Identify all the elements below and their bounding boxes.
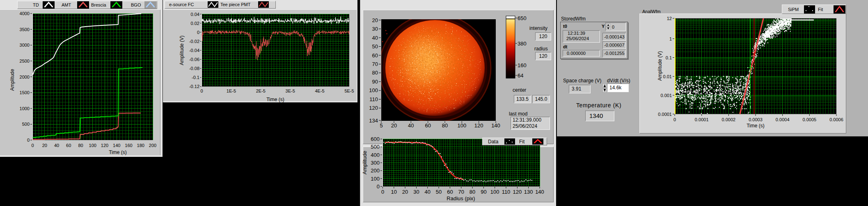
svg-text:3500: 3500 [20, 27, 30, 32]
svg-text:120: 120 [474, 122, 483, 129]
svg-text:1000: 1000 [20, 106, 30, 111]
svg-text:0.04: 0.04 [191, 12, 199, 17]
svg-text:0.01: 0.01 [663, 74, 672, 79]
svg-text:0.0004: 0.0004 [776, 117, 790, 122]
svg-text:12: 12 [667, 16, 672, 21]
svg-text:-0.04: -0.04 [189, 48, 199, 53]
svg-text:0: 0 [673, 117, 676, 122]
svg-text:100: 100 [490, 189, 499, 195]
svg-text:5E-5: 5E-5 [344, 88, 354, 93]
svg-text:64: 64 [518, 72, 523, 79]
svg-text:60: 60 [425, 122, 431, 129]
svg-text:120: 120 [101, 143, 108, 148]
svg-text:200: 200 [149, 143, 156, 148]
svg-text:110: 110 [369, 96, 378, 102]
svg-text:Fit: Fit [818, 7, 823, 12]
svg-text:-0.1: -0.1 [192, 75, 199, 80]
svg-text:50: 50 [436, 189, 442, 195]
svg-text:e-source FC: e-source FC [169, 2, 194, 7]
svg-text:90: 90 [481, 189, 486, 195]
svg-text:380: 380 [518, 41, 527, 47]
svg-text:100: 100 [89, 143, 96, 148]
svg-text:110: 110 [502, 189, 511, 195]
svg-text:Fit: Fit [519, 139, 525, 145]
svg-text:Data: Data [488, 139, 499, 145]
svg-text:120: 120 [513, 189, 522, 195]
svg-text:0: 0 [31, 143, 34, 148]
svg-text:BGO: BGO [131, 2, 141, 7]
svg-text:1E-5: 1E-5 [227, 88, 236, 93]
svg-text:100: 100 [369, 87, 378, 93]
svg-text:2E-5: 2E-5 [256, 88, 266, 93]
svg-text:Radius (pix): Radius (pix) [447, 195, 475, 201]
svg-text:SiPM: SiPM [788, 7, 799, 12]
svg-text:40: 40 [408, 122, 414, 129]
svg-text:AMT: AMT [62, 2, 71, 7]
svg-text:140: 140 [535, 189, 544, 195]
svg-text:0: 0 [200, 88, 203, 93]
svg-text:3E-5: 3E-5 [286, 88, 295, 93]
svg-text:Amplitude (V): Amplitude (V) [657, 51, 663, 81]
svg-text:-0.08: -0.08 [189, 66, 199, 71]
svg-text:60: 60 [66, 143, 71, 148]
svg-text:Brescia: Brescia [91, 2, 107, 7]
svg-text:80: 80 [442, 122, 448, 129]
svg-text:0.001: 0.001 [660, 93, 672, 98]
svg-text:134: 134 [369, 118, 378, 124]
svg-text:0: 0 [197, 30, 199, 35]
svg-text:500: 500 [22, 122, 30, 127]
svg-text:10: 10 [391, 189, 397, 195]
svg-text:60: 60 [372, 52, 378, 59]
svg-text:40: 40 [425, 189, 431, 195]
svg-text:4000: 4000 [20, 11, 30, 16]
svg-text:1: 1 [669, 36, 672, 41]
svg-text:160: 160 [125, 143, 132, 148]
svg-text:0.0006: 0.0006 [829, 117, 843, 122]
svg-text:140: 140 [113, 143, 120, 148]
svg-text:70: 70 [372, 61, 378, 67]
svg-text:20: 20 [42, 143, 47, 148]
svg-text:-0.06: -0.06 [189, 57, 199, 62]
svg-text:60: 60 [447, 189, 453, 195]
svg-text:400: 400 [371, 152, 380, 158]
svg-text:20: 20 [391, 122, 397, 129]
svg-text:1500: 1500 [20, 90, 30, 95]
svg-text:0: 0 [27, 138, 30, 143]
svg-text:80: 80 [469, 189, 475, 195]
svg-text:30: 30 [413, 189, 419, 195]
svg-text:2000: 2000 [20, 75, 30, 79]
svg-text:100: 100 [457, 122, 466, 129]
svg-text:0: 0 [381, 189, 384, 195]
svg-text:20: 20 [402, 189, 408, 195]
svg-text:Time (s): Time (s) [266, 97, 284, 102]
svg-text:30: 30 [372, 26, 378, 32]
svg-text:0.0005: 0.0005 [802, 117, 816, 122]
svg-text:0.0001: 0.0001 [695, 117, 709, 122]
svg-text:Amplitude: Amplitude [9, 69, 15, 91]
svg-text:0.0003: 0.0003 [749, 117, 763, 122]
svg-text:-0.02: -0.02 [189, 39, 199, 44]
svg-text:120: 120 [369, 105, 378, 111]
svg-text:5: 5 [380, 122, 382, 129]
svg-text:-0.12: -0.12 [189, 84, 199, 89]
svg-text:40: 40 [372, 35, 378, 41]
svg-text:3000: 3000 [20, 43, 30, 48]
svg-text:Time (s): Time (s) [747, 123, 765, 129]
svg-text:130: 130 [524, 189, 533, 195]
svg-text:200: 200 [371, 168, 380, 174]
svg-text:180: 180 [137, 143, 144, 148]
svg-text:80: 80 [372, 70, 378, 76]
svg-text:0.02: 0.02 [191, 21, 199, 26]
svg-text:40: 40 [54, 143, 59, 148]
svg-text:Tee piece PMT: Tee piece PMT [220, 2, 251, 7]
svg-text:160: 160 [518, 62, 527, 68]
svg-text:100: 100 [371, 176, 380, 182]
svg-text:Amplitude (V): Amplitude (V) [179, 36, 185, 66]
svg-text:70: 70 [458, 189, 464, 195]
svg-text:0.0002: 0.0002 [721, 117, 735, 122]
svg-text:300: 300 [371, 160, 380, 166]
svg-text:80: 80 [78, 143, 83, 148]
svg-text:650: 650 [518, 15, 527, 21]
svg-text:0.0001: 0.0001 [658, 112, 672, 117]
svg-text:Time (s): Time (s) [109, 149, 127, 155]
